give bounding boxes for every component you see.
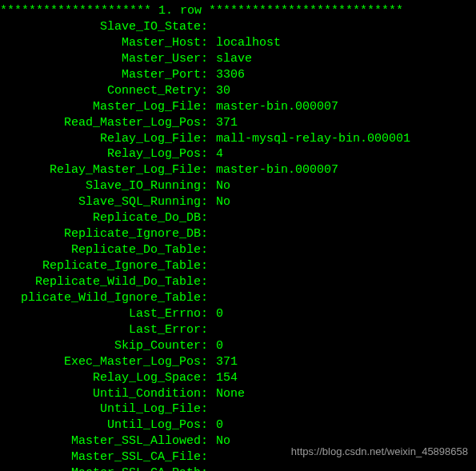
status-row: Last_Error: <box>0 322 476 338</box>
status-value: 154 <box>208 370 238 386</box>
status-row: Until_Log_File: <box>0 401 476 417</box>
status-label: Last_Errno: <box>0 306 208 322</box>
status-label: Until_Log_File: <box>0 401 208 417</box>
status-value <box>208 258 216 274</box>
status-value <box>208 226 216 242</box>
status-label: Replicate_Ignore_DB: <box>0 226 208 242</box>
status-value: None <box>208 386 245 402</box>
status-value: mall-mysql-relay-bin.000001 <box>208 131 410 147</box>
status-row: Connect_Retry:30 <box>0 83 476 99</box>
status-label: Connect_Retry: <box>0 83 208 99</box>
status-row: Relay_Log_File:mall-mysql-relay-bin.0000… <box>0 131 476 147</box>
status-label: Replicate_Do_Table: <box>0 242 208 258</box>
status-label: Master_Log_File: <box>0 99 208 115</box>
status-value <box>208 242 216 258</box>
status-label: Slave_IO_State: <box>0 19 208 35</box>
status-row: Master_Host:localhost <box>0 35 476 51</box>
status-row: Skip_Counter:0 <box>0 338 476 354</box>
status-row: Slave_IO_Running:No <box>0 178 476 194</box>
result-header: ********************* 1. row ***********… <box>0 3 476 19</box>
status-label: Slave_IO_Running: <box>0 178 208 194</box>
status-value: master-bin.000007 <box>208 162 338 178</box>
status-row: plicate_Wild_Ignore_Table: <box>0 290 476 306</box>
terminal-output: ********************* 1. row ***********… <box>0 0 476 471</box>
watermark-text: https://blog.csdn.net/weixin_45898658 <box>291 445 468 458</box>
status-label: Relay_Log_Space: <box>0 370 208 386</box>
status-value: 0 <box>208 306 223 322</box>
status-label: Until_Condition: <box>0 386 208 402</box>
status-row: Slave_IO_State: <box>0 19 476 35</box>
status-label: Read_Master_Log_Pos: <box>0 115 208 131</box>
status-label: Master_Port: <box>0 67 208 83</box>
status-label: Last_Error: <box>0 322 208 338</box>
status-value: 0 <box>208 417 223 433</box>
status-value: No <box>208 194 230 210</box>
status-row: Relay_Log_Space:154 <box>0 370 476 386</box>
status-label: Replicate_Wild_Do_Table: <box>0 274 208 290</box>
status-row: Master_User:slave <box>0 51 476 67</box>
status-value: No <box>208 178 230 194</box>
status-label: Slave_SQL_Running: <box>0 194 208 210</box>
status-row: Master_Log_File:master-bin.000007 <box>0 99 476 115</box>
status-label: Relay_Log_File: <box>0 131 208 147</box>
status-rows: Slave_IO_State:Master_Host:localhostMast… <box>0 19 476 471</box>
status-value <box>208 290 216 306</box>
status-row: Replicate_Ignore_DB: <box>0 226 476 242</box>
status-value: No <box>208 433 230 449</box>
status-row: Last_Errno:0 <box>0 306 476 322</box>
status-row: Relay_Master_Log_File:master-bin.000007 <box>0 162 476 178</box>
status-label: Relay_Log_Pos: <box>0 146 208 162</box>
status-label: Replicate_Ignore_Table: <box>0 258 208 274</box>
status-row: Read_Master_Log_Pos:371 <box>0 115 476 131</box>
status-value: 30 <box>208 83 230 99</box>
status-value: 371 <box>208 115 238 131</box>
status-value <box>208 210 216 226</box>
status-value: localhost <box>208 35 281 51</box>
status-label: Master_SSL_CA_File: <box>0 449 208 465</box>
status-row: Master_Port:3306 <box>0 67 476 83</box>
status-label: plicate_Wild_Ignore_Table: <box>0 290 208 306</box>
status-label: Master_Host: <box>0 35 208 51</box>
status-value: 3306 <box>208 67 245 83</box>
status-value <box>208 19 216 35</box>
status-row: Replicate_Ignore_Table: <box>0 258 476 274</box>
status-value <box>208 274 216 290</box>
status-label: Replicate_Do_DB: <box>0 210 208 226</box>
status-row: Slave_SQL_Running:No <box>0 194 476 210</box>
status-value <box>208 401 216 417</box>
status-value <box>208 465 216 471</box>
status-label: Master_User: <box>0 51 208 67</box>
status-label: Master_SSL_Allowed: <box>0 433 208 449</box>
status-label: Master_SSL_CA_Path: <box>0 465 208 471</box>
status-value <box>208 449 216 465</box>
status-label: Exec_Master_Log_Pos: <box>0 354 208 370</box>
status-row: Replicate_Wild_Do_Table: <box>0 274 476 290</box>
status-value: master-bin.000007 <box>208 99 338 115</box>
status-value: 0 <box>208 338 223 354</box>
status-value: 4 <box>208 146 223 162</box>
status-row: Relay_Log_Pos:4 <box>0 146 476 162</box>
status-row: Exec_Master_Log_Pos:371 <box>0 354 476 370</box>
status-row: Master_SSL_CA_Path: <box>0 465 476 471</box>
status-row: Until_Log_Pos:0 <box>0 417 476 433</box>
status-row: Replicate_Do_DB: <box>0 210 476 226</box>
status-row: Until_Condition:None <box>0 386 476 402</box>
status-value <box>208 322 216 338</box>
status-label: Skip_Counter: <box>0 338 208 354</box>
status-label: Until_Log_Pos: <box>0 417 208 433</box>
status-row: Replicate_Do_Table: <box>0 242 476 258</box>
status-value: 371 <box>208 354 238 370</box>
status-label: Relay_Master_Log_File: <box>0 162 208 178</box>
status-value: slave <box>208 51 252 67</box>
